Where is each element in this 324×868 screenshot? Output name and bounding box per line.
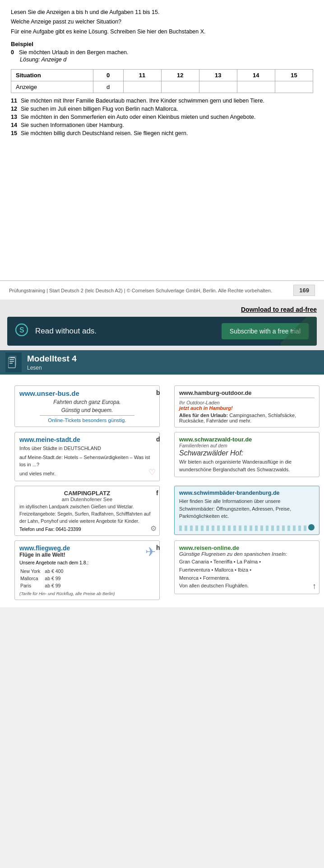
modelltest-info: Modelltest 4 Lesen [27,354,77,371]
card-e-title: CAMPINGPLATZ [19,490,155,497]
list-item: Gran Canaria • Teneriffa • La Palma • [179,558,315,566]
footer-copyright: Prüfungstraining | Start Deutsch 2 (telc… [9,288,272,293]
card-a-line1: Fahrten durch ganz Europa. [19,399,155,405]
svg-rect-9 [9,363,13,364]
card-f-bottom [179,523,315,531]
modelltest-subtitle: Lesen [27,365,77,371]
card-a-bottom: Online-Tickets besonders günstig. [19,418,155,423]
card-f-url: www.schwimmbäder-brandenburg.de [179,490,315,496]
card-b-label: b [156,389,160,396]
table-row: New York ab € 400 [20,568,67,574]
td-val-13 [199,81,237,93]
card-b-wrapper: b www.hamburg-outdoor.de Ihr Outdoor-Lad… [164,385,319,427]
instruction-3: Für eine Aufgabe gibt es keine Lösung. S… [11,28,313,36]
list-item: Von allen deutschen Flughäfen. [179,582,315,590]
card-c-line2: auf Meine-Stadt.de: Hotels – Sehens­würd… [19,454,155,469]
beispiel-row: 0 Sie möchten Urlaub in den Bergen mache… [11,49,313,56]
price-2: ab € 99 [45,575,67,582]
td-anzeige-label: Anzeige [11,81,93,93]
card-a-url: www.unser-bus.de [19,389,155,397]
svg-text:S: S [19,326,24,334]
list-item: Menorca • Formentera. [179,574,315,582]
card-h-url: www.reisen-online.de [179,544,315,551]
q-text-11: Sie möchten mit Ihrer Familie Badeurlaub… [21,98,264,104]
question-13: 13 Sie möchten in den Sommerferien ein A… [11,114,313,120]
list-item: Fuerteventura • Mallorca • Ibiza • [179,566,315,574]
card-d: www.schwarzwald-tour.de Familienferien a… [174,432,319,477]
card-b-url: www.hamburg-outdoor.de [179,389,315,398]
question-11: 11 Sie möchten mit Ihrer Familie Badeurl… [11,98,313,104]
ad-text: Read without ads. [35,327,214,336]
th-0: 0 [93,70,123,81]
td-val-15 [275,81,313,93]
q-text-14: Sie suchen Informationen über Hamburg. [21,122,124,128]
card-d-subtitle: Familienferien auf dem [179,443,315,448]
card-b-text: Alles für den Urlaub: Campingsachen, Sch… [179,413,315,423]
beispiel-text: Sie möchten Urlaub in den Bergen machen. [19,49,129,56]
instruction-1: Lesen Sie die Anzeigen a bis h und die A… [11,8,313,17]
q-num-11: 11 [11,98,21,104]
card-d-wrapper: d www.schwarzwald-tour.de Familienferien… [164,432,319,481]
instructions: Lesen Sie die Anzeigen a bis h und die A… [11,8,313,36]
th-situation: Situation [11,70,93,81]
table-row: Mallorca ab € 99 [20,575,67,582]
card-e-text: im idyllischen Landpark zwischen Gießen … [19,503,155,525]
svg-rect-8 [9,361,14,362]
card-g-table: New York ab € 400 Mallorca ab € 99 Paris… [19,567,68,590]
th-12: 12 [161,70,199,81]
svg-rect-7 [9,359,14,360]
up-arrow-icon: ↑ [312,582,316,591]
document-section: Lesen Sie die Anzeigen a bis h und die A… [0,0,324,281]
th-13: 13 [199,70,237,81]
td-val-11 [123,81,161,93]
gear-icon: ⚙ [150,524,157,533]
instruction-2: Welche Anzeige passt zu welcher Situatio… [11,18,313,26]
ad-area: Download to read ad-free S Read without … [0,300,324,350]
question-14: 14 Sie suchen Informationen über Hamburg… [11,122,313,128]
card-f-wrapper: f www.schwimmbäder-brandenburg.de Hier f… [164,486,319,536]
scribd-icon: S [15,324,28,339]
card-c: www.meine-stadt.de Infos über Städte in … [14,432,160,481]
beispiel-label: Beispiel [11,41,313,47]
card-d-url: www.schwarzwald-tour.de [179,436,315,443]
card-h-tagline: Günstige Flugreisen zu den spanischen In… [179,551,315,557]
card-g: www.fliegweg.de Flüge in alle Welt! ✈ Un… [14,540,160,600]
card-b-shop: Ihr Outdoor-Laden [179,400,315,405]
card-h: www.reisen-online.de Günstige Flugreisen… [174,540,319,594]
card-a-divider [40,415,134,416]
q-text-13: Sie möchten in den Sommerferien ein Auto… [21,114,255,120]
ad-banner: S Read without ads. Subscribe with a fre… [7,317,317,346]
card-d-label: d [156,436,160,443]
card-a-line2: Günstig und bequem. [19,407,155,413]
q-num-14: 14 [11,122,21,128]
card-c-line1: Infos über Städte in DEUTSCHLAND [19,445,155,452]
card-b-highlight: jetzt auch in Hamburg! [179,405,315,411]
download-link-container[interactable]: Download to read ad-free [7,306,317,313]
page-number: 169 [293,285,315,296]
card-d-text: Wir bieten auch organisierte Wanderausfl… [179,458,315,473]
dest-1: New York [20,568,44,574]
download-link[interactable]: Download to read ad-free [241,306,317,313]
page-footer: Prüfungstraining | Start Deutsch 2 (telc… [0,281,324,300]
ads-grid: a www.unser-bus.de Fahrten durch ganz Eu… [5,385,319,600]
q-text-12: Sie suchen im Juli einen billigen Flug v… [21,106,178,112]
card-f-label: f [156,489,158,497]
card-g-label: g [0,544,0,551]
modelltest-title: Modelltest 4 [27,354,77,364]
card-c-url: www.meine-stadt.de [19,436,155,443]
ad-decoration [281,317,317,346]
beispiel-num: 0 [11,49,19,56]
card-d-title: Schwarzwälder Hof: [179,449,315,457]
heart-icon: ♡ [148,467,156,477]
th-14: 14 [237,70,275,81]
card-h-wrapper: h www.reisen-online.de Günstige Flugreis… [164,540,319,600]
situation-table: Situation 0 11 12 13 14 15 Anzeige d [11,69,313,93]
th-11: 11 [123,70,161,81]
card-e: CAMPINGPLATZ am Dutenhofener See im idyl… [14,486,160,536]
td-val-12 [161,81,199,93]
modelltest-header: Modelltest 4 Lesen [0,350,324,375]
table-header-row: Situation 0 11 12 13 14 15 [11,70,313,81]
td-val-0: d [93,81,123,93]
th-15: 15 [275,70,313,81]
loesung: Lösung: Anzeige d [20,56,313,63]
